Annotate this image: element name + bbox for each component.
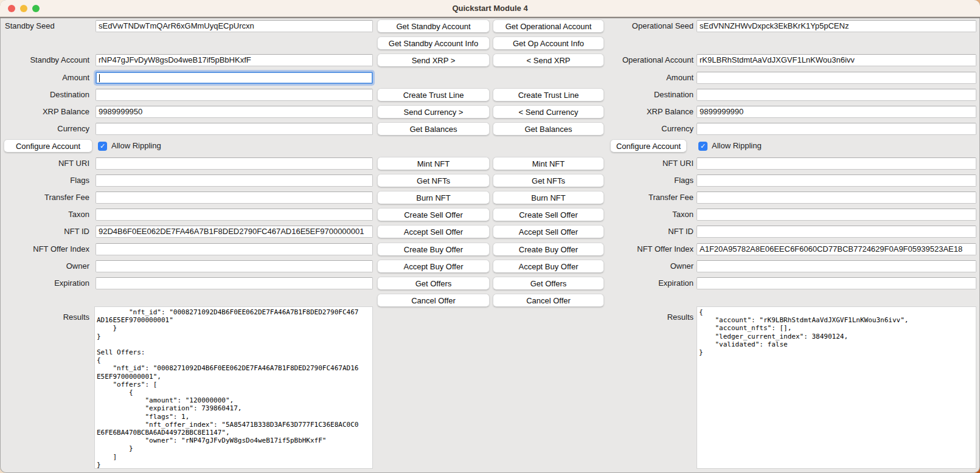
standby-create-buy-offer-button[interactable]: Create Buy Offer	[377, 243, 490, 256]
title-bar: Quickstart Module 4	[0, 0, 980, 17]
operational-destination-label: Destination	[608, 89, 693, 100]
standby-xrp-balance-field[interactable]: 9989999950	[96, 106, 373, 118]
standby-nft-offer-index-field[interactable]	[96, 243, 373, 255]
operational-nft-uri-label: NFT URI	[608, 158, 693, 169]
standby-get-balances-button[interactable]: Get Balances	[377, 122, 490, 136]
standby-currency-field[interactable]	[96, 123, 373, 135]
standby-mint-nft-button[interactable]: Mint NFT	[377, 157, 490, 170]
text-caret	[99, 74, 100, 82]
standby-nft-id-label: NFT ID	[0, 226, 89, 237]
operational-account-field[interactable]: rK9LBRhStdmtAaVdJXGVF1LnKWou3n6ivv	[697, 54, 976, 66]
operational-transfer-fee-label: Transfer Fee	[608, 192, 693, 203]
standby-flags-field[interactable]	[96, 174, 373, 187]
standby-nft-uri-field[interactable]	[96, 157, 373, 170]
standby-transfer-fee-label: Transfer Fee	[0, 192, 89, 203]
standby-configure-account-button[interactable]: Configure Account	[4, 139, 92, 153]
standby-flags-label: Flags	[0, 175, 89, 186]
standby-results-label: Results	[0, 312, 89, 323]
operational-nft-offer-index-field[interactable]: A1F20A95782A8E06EEC6F6060CD77BCB7724629F…	[697, 243, 976, 255]
operational-flags-label: Flags	[608, 175, 693, 186]
operational-account-label: Operational Account	[608, 55, 693, 66]
standby-owner-field[interactable]	[96, 260, 373, 272]
operational-transfer-fee-field[interactable]	[697, 192, 976, 204]
operational-owner-label: Owner	[608, 261, 693, 272]
titlebar-divider	[0, 17, 980, 18]
operational-allow-rippling-checkbox[interactable]	[698, 142, 707, 151]
operational-nft-offer-index-label: NFT Offer Index	[608, 244, 693, 255]
operational-configure-account-button[interactable]: Configure Account	[610, 139, 687, 153]
operational-mint-nft-button[interactable]: Mint NFT	[493, 157, 604, 170]
standby-burn-nft-button[interactable]: Burn NFT	[377, 191, 490, 204]
operational-taxon-field[interactable]	[697, 209, 976, 221]
operational-xrp-balance-field[interactable]: 9899999990	[697, 106, 976, 118]
standby-nft-uri-label: NFT URI	[0, 158, 89, 169]
operational-accept-buy-offer-button[interactable]: Accept Buy Offer	[493, 260, 604, 273]
standby-expiration-field[interactable]	[96, 277, 373, 289]
operational-amount-field[interactable]	[697, 72, 976, 84]
operational-nft-id-field[interactable]	[697, 226, 976, 238]
operational-results-label: Results	[608, 312, 693, 323]
standby-destination-field[interactable]	[96, 89, 373, 101]
standby-owner-label: Owner	[0, 261, 89, 272]
standby-seed-label: Standby Seed	[5, 21, 55, 32]
standby-seed-field[interactable]: sEdVwTNDwTmQArR6xGMmUyqECpUrcxn	[96, 20, 373, 32]
operational-expiration-field[interactable]	[697, 277, 976, 289]
standby-create-trust-line-button[interactable]: Create Trust Line	[377, 88, 490, 102]
standby-destination-label: Destination	[0, 89, 89, 100]
operational-create-sell-offer-button[interactable]: Create Sell Offer	[493, 208, 604, 221]
operational-get-offers-button[interactable]: Get Offers	[493, 277, 604, 290]
app-window: Quickstart Module 4 Standby Seed Standby…	[0, 0, 980, 473]
standby-accept-buy-offer-button[interactable]: Accept Buy Offer	[377, 260, 490, 273]
operational-flags-field[interactable]	[697, 174, 976, 187]
standby-accept-sell-offer-button[interactable]: Accept Sell Offer	[377, 225, 490, 238]
operational-destination-field[interactable]	[697, 89, 976, 101]
operational-create-buy-offer-button[interactable]: Create Buy Offer	[493, 243, 604, 256]
operational-burn-nft-button[interactable]: Burn NFT	[493, 191, 604, 204]
operational-nft-uri-field[interactable]	[697, 157, 976, 170]
operational-nft-id-label: NFT ID	[608, 226, 693, 237]
standby-amount-label: Amount	[0, 72, 89, 83]
operational-expiration-label: Expiration	[608, 278, 693, 289]
operational-seed-field[interactable]: sEdVNNZHWvDxpck3EkBKrK1Yp5pCENz	[697, 20, 976, 32]
standby-allow-rippling-checkbox[interactable]	[98, 142, 107, 151]
standby-transfer-fee-field[interactable]	[96, 192, 373, 204]
standby-account-field[interactable]: rNP47gJFvDyW8gsDo4weB17if5pBbHKxfF	[96, 54, 373, 66]
operational-currency-field[interactable]	[697, 123, 976, 135]
standby-currency-label: Currency	[0, 123, 89, 134]
standby-allow-rippling-label: Allow Rippling	[111, 140, 161, 151]
window-title: Quickstart Module 4	[0, 4, 980, 13]
standby-get-nfts-button[interactable]: Get NFTs	[377, 174, 490, 187]
operational-send-xrp-button[interactable]: < Send XRP	[493, 54, 604, 67]
operational-send-currency-button[interactable]: < Send Currency	[493, 105, 604, 119]
standby-send-xrp-button[interactable]: Send XRP >	[377, 54, 490, 67]
standby-expiration-label: Expiration	[0, 278, 89, 289]
standby-get-offers-button[interactable]: Get Offers	[377, 277, 490, 290]
operational-accept-sell-offer-button[interactable]: Accept Sell Offer	[493, 225, 604, 238]
get-standby-account-button[interactable]: Get Standby Account	[377, 19, 490, 33]
standby-send-currency-button[interactable]: Send Currency >	[377, 105, 490, 119]
get-operational-account-button[interactable]: Get Operational Account	[493, 19, 604, 33]
operational-allow-rippling-label: Allow Rippling	[712, 140, 762, 151]
standby-xrp-balance-label: XRP Balance	[0, 106, 89, 117]
operational-currency-label: Currency	[608, 123, 693, 134]
get-standby-account-info-button[interactable]: Get Standby Account Info	[377, 36, 490, 50]
get-op-account-info-button[interactable]: Get Op Account Info	[493, 36, 604, 50]
standby-taxon-field[interactable]	[96, 209, 373, 221]
operational-cancel-offer-button[interactable]: Cancel Offer	[493, 294, 604, 307]
standby-taxon-label: Taxon	[0, 209, 89, 220]
operational-owner-field[interactable]	[697, 260, 976, 272]
standby-cancel-offer-button[interactable]: Cancel Offer	[377, 294, 490, 307]
operational-amount-label: Amount	[608, 72, 693, 83]
operational-xrp-balance-label: XRP Balance	[608, 106, 693, 117]
standby-amount-field[interactable]	[96, 72, 373, 84]
standby-nft-id-field[interactable]: 92D4B6F0EE062DE7FA46A7B1F8DED2790FC467AD…	[96, 226, 373, 238]
operational-seed-label: Operational Seed	[608, 21, 693, 32]
operational-get-balances-button[interactable]: Get Balances	[493, 122, 604, 136]
standby-create-sell-offer-button[interactable]: Create Sell Offer	[377, 208, 490, 221]
standby-account-label: Standby Account	[0, 55, 89, 66]
operational-taxon-label: Taxon	[608, 209, 693, 220]
operational-create-trust-line-button[interactable]: Create Trust Line	[493, 88, 604, 102]
standby-results-text[interactable]: "nft_id": "0008271092D4B6F0EE062DE7FA46A…	[94, 306, 373, 469]
operational-results-text[interactable]: { "account": "rK9LBRhStdmtAaVdJXGVF1LnKW…	[697, 306, 976, 469]
operational-get-nfts-button[interactable]: Get NFTs	[493, 174, 604, 187]
